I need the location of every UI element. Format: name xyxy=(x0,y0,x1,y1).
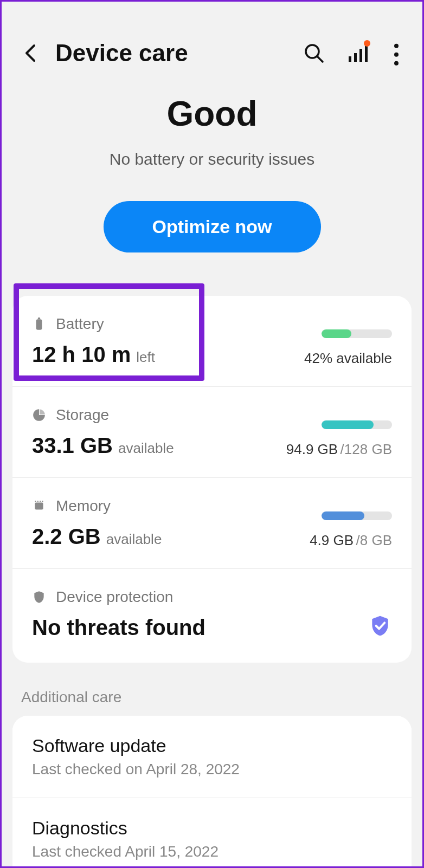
storage-total: /128 GB xyxy=(341,441,392,457)
notification-dot-icon xyxy=(364,40,370,47)
memory-used: 4.9 GB xyxy=(310,532,354,548)
svg-point-8 xyxy=(394,61,399,66)
search-icon[interactable] xyxy=(303,42,325,64)
svg-rect-11 xyxy=(35,503,43,510)
hero-section: Good No battery or security issues Optim… xyxy=(2,83,422,285)
more-icon[interactable] xyxy=(392,42,401,64)
battery-row[interactable]: Battery 12 h 10 m left 42% available xyxy=(12,296,412,387)
memory-free-suffix: available xyxy=(106,531,162,548)
svg-rect-5 xyxy=(365,44,368,62)
signal-bars-icon[interactable] xyxy=(348,42,369,64)
storage-free: 33.1 GB xyxy=(32,433,113,458)
diagnostics-sub: Last checked April 15, 2022 xyxy=(32,843,392,860)
svg-rect-4 xyxy=(359,49,362,62)
protection-status: No threats found xyxy=(32,616,205,640)
storage-label: Storage xyxy=(56,406,109,424)
battery-time: 12 h 10 m xyxy=(32,342,131,367)
memory-bar xyxy=(322,511,392,520)
diagnostics-row[interactable]: Diagnostics Last checked April 15, 2022 xyxy=(12,798,412,868)
memory-free: 2.2 GB xyxy=(32,524,101,549)
pie-icon xyxy=(32,408,46,422)
memory-total: /8 GB xyxy=(356,532,392,548)
storage-used: 94.9 GB xyxy=(286,441,338,457)
optimize-button[interactable]: Optimize now xyxy=(104,201,321,252)
additional-card: Software update Last checked on April 28… xyxy=(12,716,412,868)
protection-label: Device protection xyxy=(56,588,173,606)
storage-row[interactable]: Storage 33.1 GB available 94.9 GB /128 G… xyxy=(12,387,412,478)
chip-icon xyxy=(32,499,46,513)
header-actions xyxy=(303,42,401,64)
additional-care-header: Additional care xyxy=(2,663,422,716)
diagnostics-title: Diagnostics xyxy=(32,818,392,839)
software-update-sub: Last checked on April 28, 2022 xyxy=(32,761,392,778)
battery-label: Battery xyxy=(56,315,104,333)
software-update-title: Software update xyxy=(32,735,392,756)
software-update-row[interactable]: Software update Last checked on April 28… xyxy=(12,716,412,798)
page-title: Device care xyxy=(55,40,303,67)
storage-bar xyxy=(322,420,392,429)
svg-point-6 xyxy=(394,44,399,48)
svg-rect-3 xyxy=(354,53,357,62)
battery-time-suffix: left xyxy=(136,349,155,366)
shield-check-icon xyxy=(368,614,392,638)
device-status: Good xyxy=(23,94,401,134)
memory-row[interactable]: Memory 2.2 GB available 4.9 GB /8 GB xyxy=(12,478,412,569)
back-icon[interactable] xyxy=(23,43,36,63)
device-status-subtitle: No battery or security issues xyxy=(23,150,401,169)
app-header: Device care xyxy=(2,2,422,83)
svg-line-1 xyxy=(317,56,323,62)
shield-icon xyxy=(32,590,46,604)
memory-label: Memory xyxy=(56,497,111,515)
stats-card: Battery 12 h 10 m left 42% available Sto… xyxy=(12,296,412,663)
protection-row[interactable]: Device protection No threats found xyxy=(12,569,412,663)
svg-rect-10 xyxy=(38,318,40,319)
svg-rect-9 xyxy=(36,319,42,330)
battery-percent-text: 42% available xyxy=(304,350,392,366)
battery-icon xyxy=(32,317,46,331)
svg-rect-2 xyxy=(349,56,351,62)
svg-point-7 xyxy=(394,53,399,57)
storage-free-suffix: available xyxy=(118,440,174,457)
battery-bar xyxy=(322,329,392,338)
